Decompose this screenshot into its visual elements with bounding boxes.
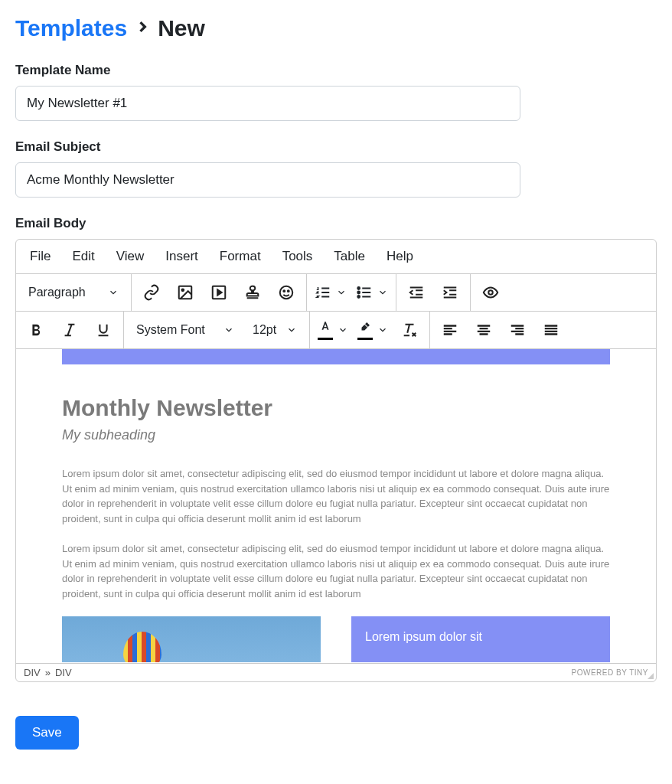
breadcrumb-current: New [158,15,205,41]
template-name-input[interactable] [15,86,520,121]
path-segment[interactable]: DIV [24,667,41,678]
email-title: Monthly Newsletter [62,395,610,421]
svg-point-4 [283,290,285,292]
svg-point-5 [288,290,289,292]
menu-file[interactable]: File [30,249,51,264]
link-button[interactable] [139,280,164,305]
path-segment[interactable]: DIV [55,667,72,678]
editor-content-area[interactable]: Monthly Newsletter My subheading Lorem i… [16,349,656,663]
breadcrumb-templates-link[interactable]: Templates [15,15,127,41]
element-path[interactable]: DIV » DIV [24,667,72,678]
editor-menubar: File Edit View Insert Format Tools Table… [16,240,656,274]
menu-format[interactable]: Format [220,249,261,264]
indent-button[interactable] [438,280,462,305]
align-right-button[interactable] [505,318,530,342]
stamp-button[interactable] [240,280,265,305]
breadcrumb: Templates New [15,15,657,41]
svg-point-1 [181,289,184,291]
align-justify-button[interactable] [539,318,563,342]
svg-point-6 [357,287,360,289]
rich-text-editor: File Edit View Insert Format Tools Table… [15,239,657,682]
font-family-select[interactable]: System Font [132,320,239,340]
email-header-bar [62,349,610,364]
chevron-down-icon [286,325,297,335]
svg-point-7 [357,292,360,294]
chevron-down-icon [108,287,119,298]
menu-tools[interactable]: Tools [282,249,313,264]
editor-branding[interactable]: POWERED BY TINY [572,668,648,677]
email-subject-input[interactable] [15,162,520,198]
email-image-placeholder [62,616,321,662]
email-body-label: Email Body [15,216,657,231]
email-callout-box: Lorem ipsum dolor sit [351,616,610,662]
block-format-label: Paragraph [28,286,86,299]
image-button[interactable] [173,280,197,305]
outdent-button[interactable] [404,280,429,305]
font-size-select[interactable]: 12pt [248,320,302,340]
chevron-down-icon [377,287,388,298]
email-subtitle: My subheading [62,427,610,443]
path-separator: » [45,667,51,678]
italic-button[interactable] [57,318,82,342]
block-format-select[interactable]: Paragraph [24,283,123,302]
clear-format-button[interactable] [397,318,422,342]
text-color-button[interactable] [318,320,348,340]
align-left-button[interactable] [438,318,462,342]
template-name-label: Template Name [15,63,657,78]
save-button[interactable]: Save [15,716,79,750]
menu-table[interactable]: Table [334,249,365,264]
email-subject-label: Email Subject [15,139,657,155]
numbered-list-button[interactable] [315,284,347,301]
menu-insert[interactable]: Insert [165,249,198,264]
media-button[interactable] [207,280,231,305]
preview-button[interactable] [478,280,503,305]
svg-point-8 [357,296,360,298]
chevron-down-icon [377,325,388,335]
menu-view[interactable]: View [116,249,145,264]
email-paragraph: Lorem ipsum dolor sit amet, consectetur … [62,541,610,601]
svg-point-3 [280,286,293,299]
editor-statusbar: DIV » DIV POWERED BY TINY [16,663,656,681]
chevron-down-icon [223,325,234,335]
align-center-button[interactable] [471,318,496,342]
email-paragraph: Lorem ipsum dolor sit amet, consectetur … [62,466,610,526]
underline-button[interactable] [91,318,116,342]
font-size-label: 12pt [253,323,276,337]
resize-handle[interactable] [645,671,654,680]
chevron-right-icon [135,18,150,39]
font-family-label: System Font [136,323,205,337]
chevron-down-icon [336,287,347,298]
chevron-down-icon [338,325,348,335]
bullet-list-button[interactable] [356,284,388,301]
emoji-button[interactable] [274,280,298,305]
highlight-color-button[interactable] [357,320,388,340]
svg-point-9 [488,290,493,295]
menu-help[interactable]: Help [387,249,413,264]
balloon-icon [123,632,161,662]
menu-edit[interactable]: Edit [72,249,94,264]
bold-button[interactable] [24,318,48,342]
